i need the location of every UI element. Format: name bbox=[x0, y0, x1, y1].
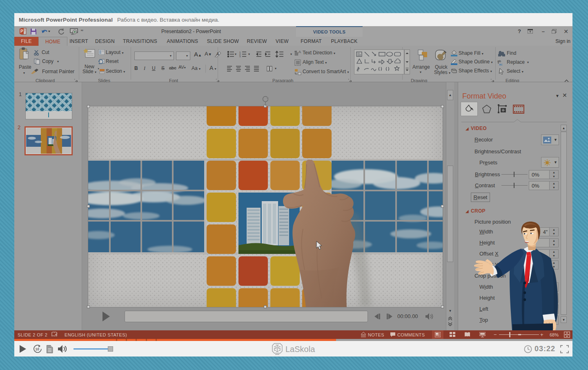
svg-text:3: 3 bbox=[239, 55, 241, 58]
svg-text:A: A bbox=[298, 50, 301, 54]
svg-text:10: 10 bbox=[36, 347, 40, 351]
svg-text:ac: ac bbox=[499, 63, 502, 65]
svg-text:A: A bbox=[216, 52, 219, 56]
svg-text:P: P bbox=[20, 29, 23, 34]
